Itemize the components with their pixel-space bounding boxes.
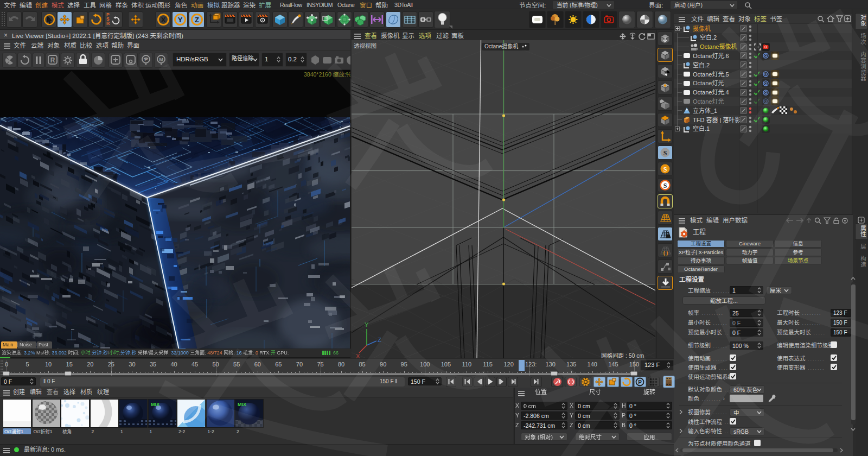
svg-text:S: S bbox=[663, 166, 667, 173]
svg-text:R: R bbox=[50, 56, 55, 64]
svg-text:P: P bbox=[638, 379, 642, 385]
svg-text:Z: Z bbox=[195, 16, 199, 24]
svg-text:S: S bbox=[663, 182, 667, 189]
svg-text:X: X bbox=[356, 353, 360, 358]
svg-text:( ): ( ) bbox=[663, 250, 668, 256]
svg-text:M: M bbox=[159, 57, 163, 62]
svg-text:F: F bbox=[144, 56, 148, 62]
svg-text:X: X bbox=[161, 16, 166, 24]
svg-text:Y: Y bbox=[365, 321, 369, 328]
svg-text:Y: Y bbox=[178, 16, 183, 24]
svg-text:MIX: MIX bbox=[151, 402, 159, 407]
svg-text:MIX: MIX bbox=[238, 402, 246, 407]
svg-text:Z: Z bbox=[378, 337, 381, 343]
svg-text:S: S bbox=[663, 149, 667, 157]
